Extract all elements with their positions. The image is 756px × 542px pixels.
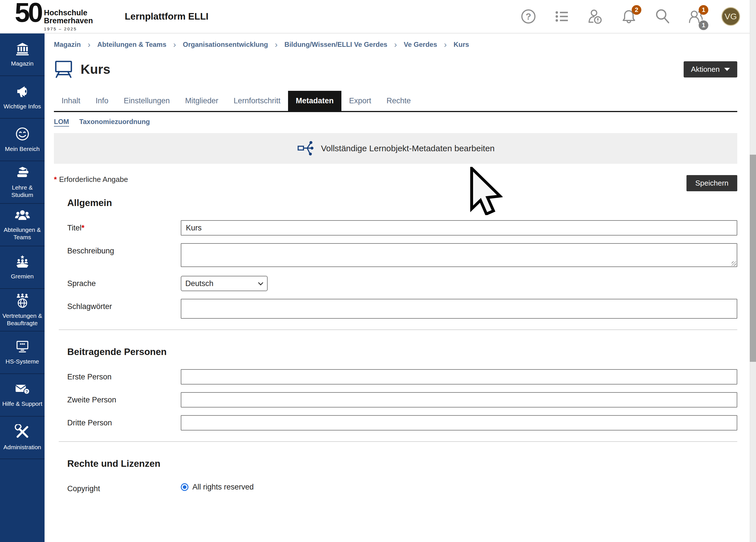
titel-label-text: Titel xyxy=(67,224,81,232)
section-title-rechte-lizenzen: Rechte und Lizenzen xyxy=(67,458,737,469)
beschreibung-textarea[interactable] xyxy=(181,243,737,267)
subtab-taxonomiezuordnung[interactable]: Taxonomiezuordnung xyxy=(79,118,150,126)
breadcrumb-separator: › xyxy=(275,40,278,49)
tools-icon xyxy=(15,424,30,441)
sidebar-item-hs-systeme[interactable]: *** HS-Systeme xyxy=(0,331,45,374)
tab-export[interactable]: Export xyxy=(341,91,379,111)
megaphone-icon xyxy=(15,84,30,100)
sidebar-item-lehre-studium[interactable]: Lehre & Studium xyxy=(0,161,45,204)
contacts-new-badge: 1 xyxy=(699,5,708,15)
erste-person-label: Erste Person xyxy=(67,369,181,381)
search-icon[interactable] xyxy=(654,9,670,24)
required-marker: * xyxy=(81,224,85,232)
titel-input[interactable] xyxy=(181,220,737,236)
sidebar-item-administration[interactable]: Administration xyxy=(0,417,45,459)
sidebar-item-wichtige-infos[interactable]: Wichtige Infos xyxy=(0,76,45,119)
committee-icon xyxy=(15,255,30,270)
tab-mitglieder[interactable]: Mitglieder xyxy=(177,91,226,111)
tab-metadaten[interactable]: Metadaten xyxy=(288,91,341,111)
people-group-icon xyxy=(15,209,30,223)
tab-bar: Inhalt Info Einstellungen Mitglieder Ler… xyxy=(54,91,737,112)
copyright-label: Copyright xyxy=(67,481,181,493)
contacts-icon[interactable]: 1 1 xyxy=(688,9,704,24)
sidebar-item-magazin[interactable]: Magazin xyxy=(0,33,45,76)
radio-dot xyxy=(183,485,186,489)
form-row-erste-person: Erste Person xyxy=(54,369,737,385)
required-marker: * xyxy=(54,175,57,184)
user-status-icon[interactable] xyxy=(587,9,603,24)
help-icon[interactable]: ? xyxy=(520,9,536,24)
sidebar-item-gremien[interactable]: Gremien xyxy=(0,246,45,289)
sprache-label: Sprache xyxy=(67,276,181,288)
copyright-radio-row: All rights reserved xyxy=(181,481,737,491)
user-avatar[interactable]: VG xyxy=(721,7,740,26)
notification-count-badge: 2 xyxy=(632,5,641,15)
sidebar: Magazin Wichtige Infos Mein Bereich Lehr… xyxy=(0,33,45,542)
breadcrumb-item[interactable]: Ve Gerdes xyxy=(404,41,437,49)
breadcrumb-item[interactable]: Bildung/Wissen/ELLI Ve Gerdes xyxy=(284,41,387,49)
globe-people-icon xyxy=(15,293,30,309)
topbar-icons: ? 2 1 1 VG xyxy=(520,7,740,26)
breadcrumb-item[interactable]: Kurs xyxy=(453,41,469,49)
dritte-person-input[interactable] xyxy=(181,415,737,430)
top-header: 50 Hochschule Bremerhaven 1975 – 2025 Le… xyxy=(0,0,756,33)
course-icon xyxy=(54,59,73,79)
sidebar-item-label: Abteilungen & Teams xyxy=(1,226,43,241)
breadcrumb-item[interactable]: Abteilungen & Teams xyxy=(97,41,167,49)
logo-line2: Bremerhaven xyxy=(44,17,93,25)
aktionen-button[interactable]: Aktionen xyxy=(684,61,737,77)
sidebar-item-vertretungen-beauftragte[interactable]: Vertretungen & Beauftragte xyxy=(0,289,45,331)
sidebar-item-label: Wichtige Infos xyxy=(4,103,41,110)
required-hint-text: Erforderliche Angabe xyxy=(59,175,128,184)
zweite-person-input[interactable] xyxy=(181,392,737,407)
form-row-zweite-person: Zweite Person xyxy=(54,392,737,407)
notifications-bell-icon[interactable]: 2 xyxy=(621,9,637,24)
dritte-person-label: Dritte Person xyxy=(67,415,181,427)
sidebar-item-mein-bereich[interactable]: Mein Bereich xyxy=(0,119,45,161)
sidebar-item-abteilungen-teams[interactable]: Abteilungen & Teams xyxy=(0,204,45,246)
metadata-edit-link[interactable]: Vollständige Lernobjekt-Metadaten bearbe… xyxy=(321,144,495,153)
contacts-online-badge: 1 xyxy=(699,20,708,30)
section-title-beitragende-personen: Beitragende Personen xyxy=(67,346,737,357)
breadcrumb-item[interactable]: Magazin xyxy=(54,41,81,49)
tab-inhalt[interactable]: Inhalt xyxy=(54,91,88,111)
schlagwoerter-input[interactable] xyxy=(181,299,737,319)
tab-lernfortschritt[interactable]: Lernfortschritt xyxy=(226,91,288,111)
books-icon xyxy=(15,166,30,181)
tab-info[interactable]: Info xyxy=(88,91,116,111)
subtab-lom[interactable]: LOM xyxy=(54,118,69,126)
speichern-button[interactable]: Speichern xyxy=(686,175,737,191)
bank-icon xyxy=(15,42,30,57)
form-row-schlagwoerter: Schlagwörter xyxy=(54,299,737,319)
tab-einstellungen[interactable]: Einstellungen xyxy=(116,91,177,111)
sidebar-item-label: Lehre & Studium xyxy=(1,184,43,199)
zweite-person-label: Zweite Person xyxy=(67,392,181,404)
metadata-edit-banner: Vollständige Lernobjekt-Metadaten bearbe… xyxy=(54,133,737,164)
share-nodes-icon xyxy=(297,139,314,157)
breadcrumb-separator: › xyxy=(394,40,397,49)
sidebar-item-label: Hilfe & Support xyxy=(2,400,42,407)
tab-rechte[interactable]: Rechte xyxy=(379,91,419,111)
form-header-row: *Erforderliche Angabe Speichern xyxy=(54,175,737,191)
sidebar-item-label: Magazin xyxy=(11,60,33,67)
hochschule-bremerhaven-logo[interactable]: 50 Hochschule Bremerhaven 1975 – 2025 xyxy=(15,2,93,31)
scrollbar-thumb[interactable] xyxy=(750,155,756,362)
section-divider xyxy=(59,329,737,330)
form-row-titel: Titel* xyxy=(54,220,737,236)
logo-50-text: 50 xyxy=(15,2,41,24)
svg-text:***: *** xyxy=(20,343,25,347)
titel-label: Titel* xyxy=(67,220,181,232)
erste-person-input[interactable] xyxy=(181,369,737,385)
copyright-radio-label: All rights reserved xyxy=(192,483,254,491)
breadcrumb-item[interactable]: Organisationsentwicklung xyxy=(183,41,268,49)
sidebar-item-hilfe-support[interactable]: ? Hilfe & Support xyxy=(0,374,45,417)
sprache-select[interactable]: Deutsch xyxy=(181,276,268,291)
caret-down-icon xyxy=(724,68,730,71)
list-icon[interactable] xyxy=(554,9,570,24)
breadcrumb: Magazin › Abteilungen & Teams › Organisa… xyxy=(54,40,737,49)
copyright-radio-selected[interactable] xyxy=(181,483,188,491)
svg-text:?: ? xyxy=(25,389,28,394)
page: 50 Hochschule Bremerhaven 1975 – 2025 Le… xyxy=(0,0,756,542)
sidebar-item-label: Gremien xyxy=(11,273,34,280)
logo-years: 1975 – 2025 xyxy=(44,26,93,31)
